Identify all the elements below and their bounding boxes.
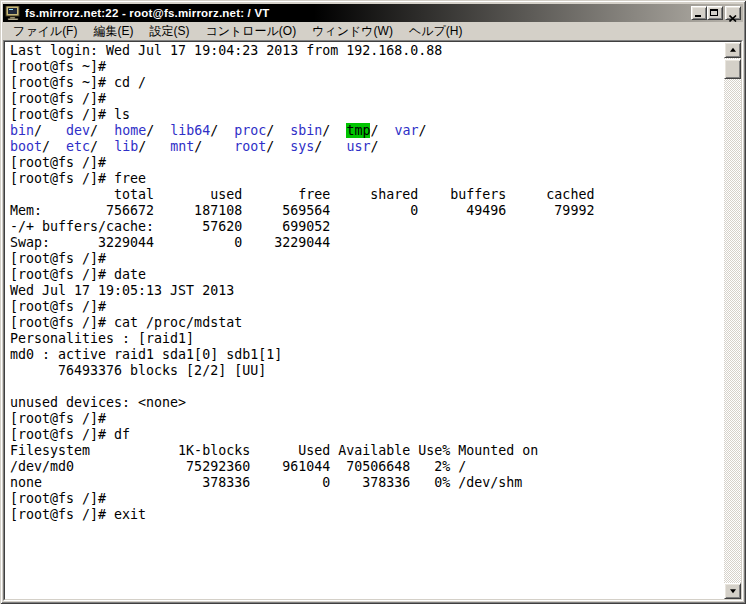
terminal-line: [root@fs /]# ls (10, 107, 724, 123)
terminal-text: 76493376 blocks [2/2] [UU] (10, 363, 266, 378)
terminal-text: [root@fs /]# free (10, 171, 146, 186)
terminal-text: / (146, 123, 170, 138)
terminal-text: Filesystem 1K-blocks Used Available Use%… (10, 443, 538, 458)
directory-name: lib64 (170, 123, 210, 138)
terminal-line: [root@fs ~]# cd / (10, 75, 724, 91)
close-button[interactable] (725, 6, 741, 20)
minimize-icon (695, 15, 701, 17)
terminal-line: Last login: Wed Jul 17 19:04:23 2013 fro… (10, 43, 724, 59)
terminal-text: [root@fs /]# cat /proc/mdstat (10, 315, 242, 330)
scroll-down-button[interactable] (724, 583, 741, 599)
terminal-line: none 378336 0 378336 0% /dev/shm (10, 475, 724, 491)
scroll-up-button[interactable] (724, 42, 741, 58)
terminal-text: [root@fs /]# (10, 91, 106, 106)
terminal-text: / (90, 139, 114, 154)
terminal-line: [root@fs /]# (10, 251, 724, 267)
terminal-text: [root@fs /]# exit (10, 507, 146, 522)
terminal-text: Last login: Wed Jul 17 19:04:23 2013 fro… (10, 43, 442, 58)
terminal-text: [root@fs /]# (10, 411, 106, 426)
menu-file[interactable]: ファイル(F) (5, 22, 85, 41)
terminal-line: [root@fs /]# date (10, 267, 724, 283)
terminal-line: unused devices: <none> (10, 395, 724, 411)
menu-window[interactable]: ウィンドウ(W) (304, 22, 401, 41)
terminal-text: / (314, 139, 346, 154)
terminal-text: [root@fs /]# df (10, 427, 130, 442)
terminal-client-area: Last login: Wed Jul 17 19:04:23 2013 fro… (3, 40, 743, 601)
terminal-text: unused devices: <none> (10, 395, 186, 410)
terminal-text: / (138, 139, 170, 154)
terminal-line: [root@fs /]# df (10, 427, 724, 443)
terminal-text: [root@fs /]# date (10, 267, 146, 282)
menu-edit[interactable]: 編集(E) (85, 22, 141, 41)
tmp-directory-highlight: tmp (346, 123, 370, 138)
menu-bar: ファイル(F) 編集(E) 設定(S) コントロール(O) ウィンドウ(W) ヘ… (3, 22, 743, 40)
directory-name: usr (346, 139, 370, 154)
menu-setup[interactable]: 設定(S) (141, 22, 197, 41)
directory-name: root (234, 139, 266, 154)
terminal-line: [root@fs /]# exit (10, 507, 724, 523)
directory-name: proc (234, 123, 266, 138)
menu-control[interactable]: コントロール(O) (197, 22, 304, 41)
scrollbar-thumb[interactable] (724, 59, 741, 79)
directory-name: dev (66, 123, 90, 138)
terminal-text: Mem: 756672 187108 569564 0 49496 79992 (10, 203, 594, 218)
directory-name: sbin (290, 123, 322, 138)
terminal-app-icon[interactable] (5, 6, 21, 20)
terminal-text: Swap: 3229044 0 3229044 (10, 235, 330, 250)
terminal-line: [root@fs /]# (10, 491, 724, 507)
terminal-text: -/+ buffers/cache: 57620 699052 (10, 219, 330, 234)
directory-name: boot (10, 139, 42, 154)
triangle-up-icon (730, 45, 736, 52)
maximize-button[interactable] (707, 6, 723, 20)
terminal-line: Swap: 3229044 0 3229044 (10, 235, 724, 251)
terminal-line: md0 : active raid1 sda1[0] sdb1[1] (10, 347, 724, 363)
terminal-text: / (266, 139, 290, 154)
terminal-line: -/+ buffers/cache: 57620 699052 (10, 219, 724, 235)
terminal-line: [root@fs /]# free (10, 171, 724, 187)
terminal-text: / (266, 123, 290, 138)
terminal-text: [root@fs /]# (10, 251, 106, 266)
directory-name: sys (290, 139, 314, 154)
terminal-text: /dev/md0 75292360 961044 70506648 2% / (10, 459, 466, 474)
terminal-text: [root@fs /]# ls (10, 107, 130, 122)
terminal-text: Personalities : [raid1] (10, 331, 194, 346)
terminal-line: Wed Jul 17 19:05:13 JST 2013 (10, 283, 724, 299)
terminal-line: [root@fs /]# (10, 155, 724, 171)
terminal-line (10, 379, 724, 395)
directory-name: mnt (170, 139, 194, 154)
close-icon (729, 10, 737, 25)
terminal-text: none 378336 0 378336 0% /dev/shm (10, 475, 522, 490)
directory-name: var (394, 123, 418, 138)
terminal-line: boot/ etc/ lib/ mnt/ root/ sys/ usr/ (10, 139, 724, 155)
terminal-text: / (370, 139, 378, 154)
terminal-text: / (194, 139, 234, 154)
window-title: fs.mirrorz.net:22 - root@fs.mirrorz.net:… (25, 7, 691, 19)
terminal-line: [root@fs /]# (10, 299, 724, 315)
vertical-scrollbar[interactable] (724, 42, 741, 599)
terminal-text: / (90, 123, 114, 138)
terminal-line: bin/ dev/ home/ lib64/ proc/ sbin/ tmp/ … (10, 123, 724, 139)
terminal-text: / (210, 123, 234, 138)
directory-name: bin (10, 123, 34, 138)
terminal-line: [root@fs /]# cat /proc/mdstat (10, 315, 724, 331)
terminal-output[interactable]: Last login: Wed Jul 17 19:04:23 2013 fro… (5, 42, 724, 599)
terminal-text: [root@fs /]# (10, 299, 106, 314)
triangle-down-icon (730, 589, 736, 596)
terminal-line: Personalities : [raid1] (10, 331, 724, 347)
terminal-text: [root@fs /]# (10, 155, 106, 170)
title-bar[interactable]: fs.mirrorz.net:22 - root@fs.mirrorz.net:… (3, 4, 743, 22)
window-controls (691, 6, 741, 20)
terminal-line: Filesystem 1K-blocks Used Available Use%… (10, 443, 724, 459)
terminal-text: [root@fs ~]# cd / (10, 75, 146, 90)
terminal-line: [root@fs /]# (10, 411, 724, 427)
directory-name: home (114, 123, 146, 138)
minimize-button[interactable] (691, 6, 707, 20)
terminal-text: / (42, 139, 66, 154)
terminal-line: Mem: 756672 187108 569564 0 49496 79992 (10, 203, 724, 219)
terminal-text: [root@fs ~]# (10, 59, 106, 74)
terminal-text: total used free shared buffers cached (10, 187, 594, 202)
terminal-line: total used free shared buffers cached (10, 187, 724, 203)
terminal-line: /dev/md0 75292360 961044 70506648 2% / (10, 459, 724, 475)
directory-name: lib (114, 139, 138, 154)
menu-help[interactable]: ヘルプ(H) (401, 22, 471, 41)
